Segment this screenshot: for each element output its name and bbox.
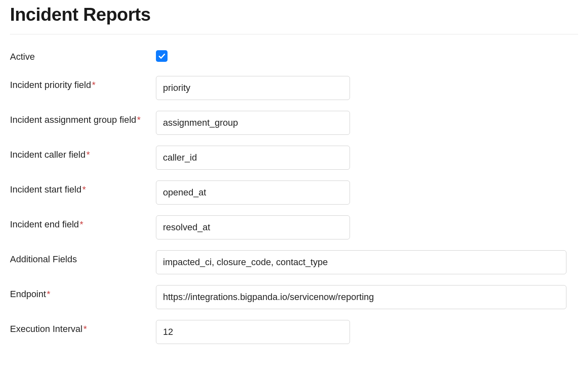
required-marker: * [137,115,141,125]
end-input[interactable] [156,215,350,239]
form-row-additional: Additional Fields [10,250,578,274]
form-row-active: Active [10,50,578,63]
required-marker: * [82,184,86,195]
form-row-start: Incident start field* [10,181,578,205]
form-row-priority: Incident priority field* [10,76,578,100]
end-label: Incident end field* [10,215,156,231]
required-marker: * [92,80,96,90]
priority-label: Incident priority field* [10,76,156,92]
assignment-group-label: Incident assignment group field* [10,111,156,127]
form-row-interval: Execution Interval* [10,320,578,344]
form-row-assignment-group: Incident assignment group field* [10,111,578,135]
page-title: Incident Reports [10,4,578,25]
additional-label: Additional Fields [10,250,156,266]
interval-label: Execution Interval* [10,320,156,336]
endpoint-label: Endpoint* [10,285,156,301]
form-row-endpoint: Endpoint* [10,285,578,309]
check-icon [158,52,166,60]
form-row-caller: Incident caller field* [10,146,578,170]
caller-label: Incident caller field* [10,146,156,161]
required-marker: * [83,324,87,334]
assignment-group-input[interactable] [156,111,350,135]
divider [10,34,578,34]
form-row-end: Incident end field* [10,215,578,239]
interval-input[interactable] [156,320,350,344]
endpoint-input[interactable] [156,285,566,309]
required-marker: * [80,219,83,229]
caller-input[interactable] [156,146,350,170]
additional-input[interactable] [156,250,566,274]
active-checkbox[interactable] [156,50,168,62]
required-marker: * [86,149,90,160]
required-marker: * [47,289,51,299]
active-label: Active [10,50,156,63]
priority-input[interactable] [156,76,350,100]
start-label: Incident start field* [10,181,156,196]
start-input[interactable] [156,181,350,205]
